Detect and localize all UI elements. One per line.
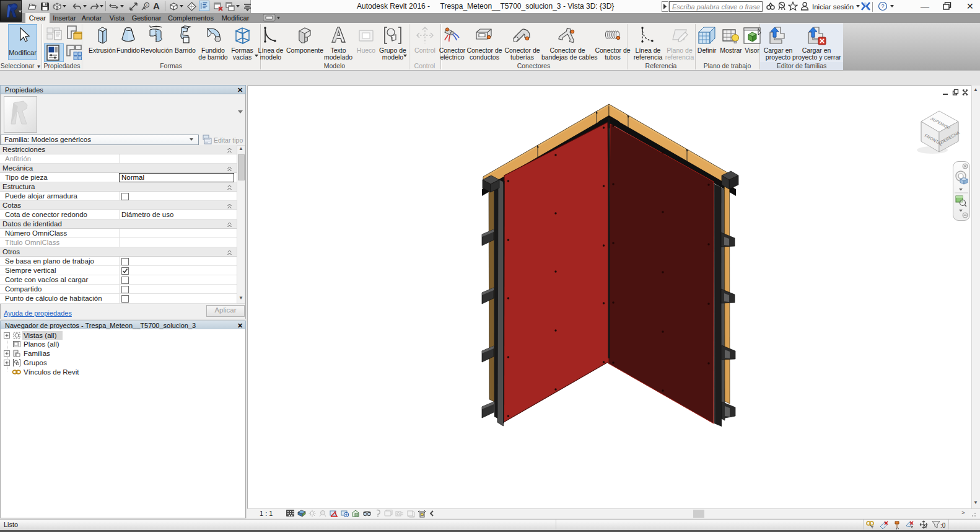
svg-text::0: :0 [940,522,946,529]
